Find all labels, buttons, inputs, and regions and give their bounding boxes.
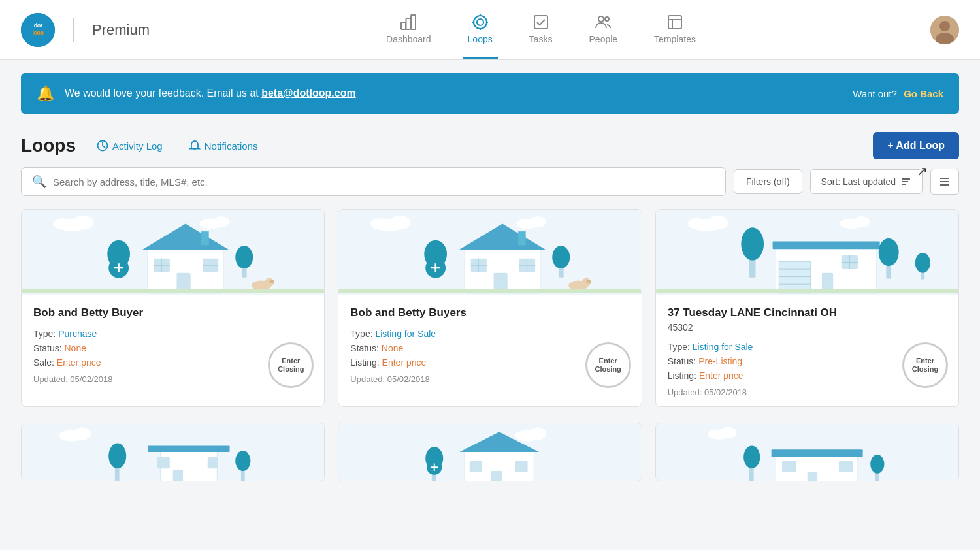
add-loop-button[interactable]: + Add Loop bbox=[873, 132, 959, 159]
tab-people-label: People bbox=[589, 34, 618, 44]
filters-button[interactable]: Filters (off) bbox=[734, 169, 802, 194]
profile-avatar[interactable] bbox=[930, 16, 959, 44]
svg-point-33 bbox=[73, 216, 93, 229]
svg-point-119 bbox=[235, 451, 250, 471]
tab-tasks-label: Tasks bbox=[529, 34, 553, 44]
enter-closing-label-1: Enter Closing bbox=[587, 357, 629, 374]
card-type-0: Type: Purchase bbox=[33, 329, 312, 339]
svg-rect-139 bbox=[782, 461, 796, 472]
svg-point-142 bbox=[743, 445, 760, 468]
notifications-button[interactable]: Notifications bbox=[184, 136, 263, 155]
svg-point-135 bbox=[720, 427, 736, 438]
loop-card-0[interactable]: Bob and Betty Buyer Type: Purchase Statu… bbox=[21, 209, 325, 407]
tab-tasks[interactable]: Tasks bbox=[524, 0, 558, 59]
list-view-button[interactable] bbox=[930, 169, 959, 195]
svg-rect-138 bbox=[807, 472, 817, 481]
header: dot loop Premium Dashboard bbox=[0, 0, 980, 60]
card-status-value-2: Pre-Listing bbox=[698, 356, 742, 366]
svg-rect-114 bbox=[157, 457, 170, 468]
svg-line-23 bbox=[103, 146, 105, 148]
card-status-value-0: None bbox=[64, 343, 86, 353]
svg-point-107 bbox=[915, 253, 930, 273]
svg-rect-137 bbox=[771, 449, 862, 457]
card-price-value-1: Enter price bbox=[382, 357, 427, 368]
svg-rect-54 bbox=[22, 289, 324, 293]
svg-point-144 bbox=[870, 455, 884, 474]
svg-point-53 bbox=[269, 280, 274, 283]
tab-people[interactable]: People bbox=[584, 0, 623, 59]
card-title-0: Bob and Betty Buyer bbox=[33, 306, 312, 319]
logo-icon[interactable]: dot loop bbox=[21, 13, 55, 47]
svg-point-104 bbox=[878, 238, 898, 266]
cards-grid: Bob and Betty Buyer Type: Purchase Statu… bbox=[0, 209, 980, 423]
activity-log-button[interactable]: Activity Log bbox=[91, 136, 168, 155]
loop-card-2[interactable]: 37 Tuesday LANE Cincinnati OH 45302 Type… bbox=[655, 209, 959, 407]
banner-text-prefix: We would love your feedback. Email us at bbox=[65, 88, 261, 99]
card-type-1: Type: Listing for Sale bbox=[350, 329, 629, 339]
banner-message: We would love your feedback. Email us at… bbox=[65, 88, 842, 99]
card-type-value-2: Listing for Sale bbox=[693, 342, 753, 352]
svg-point-87 bbox=[708, 216, 728, 229]
svg-rect-75 bbox=[518, 231, 526, 245]
svg-point-63 bbox=[530, 216, 546, 227]
svg-rect-4 bbox=[406, 18, 411, 29]
logo-divider bbox=[73, 18, 74, 42]
svg-point-13 bbox=[598, 16, 604, 22]
svg-rect-5 bbox=[411, 15, 416, 29]
loop-card-partial-0[interactable] bbox=[21, 423, 325, 481]
search-input[interactable] bbox=[53, 176, 715, 187]
activity-log-label: Activity Log bbox=[112, 140, 163, 152]
svg-point-88 bbox=[688, 218, 706, 229]
bell-icon: 🔔 bbox=[37, 85, 54, 102]
svg-rect-115 bbox=[208, 457, 218, 468]
card-price-value-0: Enter price bbox=[57, 357, 101, 368]
banner-action: Want out? Go Back bbox=[853, 88, 943, 99]
card-status-0: Status: None bbox=[33, 343, 312, 353]
tab-dashboard-label: Dashboard bbox=[386, 34, 431, 44]
card-updated-2: Updated: 05/02/2018 bbox=[668, 387, 947, 397]
card-illustration-1 bbox=[338, 210, 641, 295]
svg-rect-48 bbox=[201, 231, 209, 245]
svg-point-77 bbox=[553, 246, 570, 268]
go-back-link[interactable]: Go Back bbox=[904, 88, 943, 99]
sort-button[interactable]: Sort: Last updated bbox=[810, 169, 923, 194]
tab-loops-label: Loops bbox=[468, 34, 493, 44]
svg-rect-126 bbox=[470, 461, 482, 472]
card-illustration-2 bbox=[656, 210, 958, 295]
svg-rect-140 bbox=[839, 461, 853, 472]
enter-closing-label-2: Enter Closing bbox=[904, 357, 946, 374]
app-tier: Premium bbox=[92, 22, 150, 39]
tab-templates[interactable]: Templates bbox=[649, 0, 701, 59]
search-box: 🔍 bbox=[21, 167, 726, 196]
svg-rect-127 bbox=[515, 461, 528, 472]
svg-point-7 bbox=[477, 19, 483, 25]
enter-closing-btn-1[interactable]: Enter Closing bbox=[585, 342, 631, 388]
card-title-2: 37 Tuesday LANE Cincinnati OH bbox=[668, 306, 947, 319]
loop-card-partial-1[interactable] bbox=[338, 423, 642, 481]
want-out-text: Want out? bbox=[853, 88, 897, 99]
svg-point-36 bbox=[212, 216, 229, 227]
banner-email-link[interactable]: beta@dotloop.com bbox=[261, 88, 355, 99]
tab-dashboard[interactable]: Dashboard bbox=[381, 0, 436, 59]
loop-card-1[interactable]: Bob and Betty Buyers Type: Listing for S… bbox=[338, 209, 642, 407]
svg-rect-112 bbox=[148, 445, 229, 452]
card-title-1: Bob and Betty Buyers bbox=[350, 306, 629, 319]
svg-point-122 bbox=[529, 427, 547, 440]
svg-rect-15 bbox=[668, 16, 681, 29]
svg-rect-125 bbox=[491, 471, 502, 481]
card-status-value-1: None bbox=[382, 343, 403, 353]
card-subtitle-2: 45302 bbox=[668, 322, 947, 332]
tab-loops[interactable]: Loops bbox=[463, 0, 498, 59]
svg-point-80 bbox=[587, 280, 592, 283]
card-type-value-1: Listing for Sale bbox=[375, 329, 436, 339]
main-nav: Dashboard Loops Tasks bbox=[152, 0, 930, 59]
loop-card-partial-2[interactable] bbox=[655, 423, 959, 481]
svg-point-90 bbox=[853, 216, 870, 227]
svg-point-14 bbox=[605, 17, 609, 21]
page-title: Loops bbox=[21, 135, 76, 156]
enter-closing-btn-0[interactable]: Enter Closing bbox=[268, 342, 314, 388]
svg-rect-94 bbox=[772, 242, 879, 250]
svg-point-34 bbox=[54, 218, 71, 229]
svg-text:loop: loop bbox=[33, 29, 44, 36]
enter-closing-btn-2[interactable]: Enter Closing bbox=[902, 342, 948, 388]
